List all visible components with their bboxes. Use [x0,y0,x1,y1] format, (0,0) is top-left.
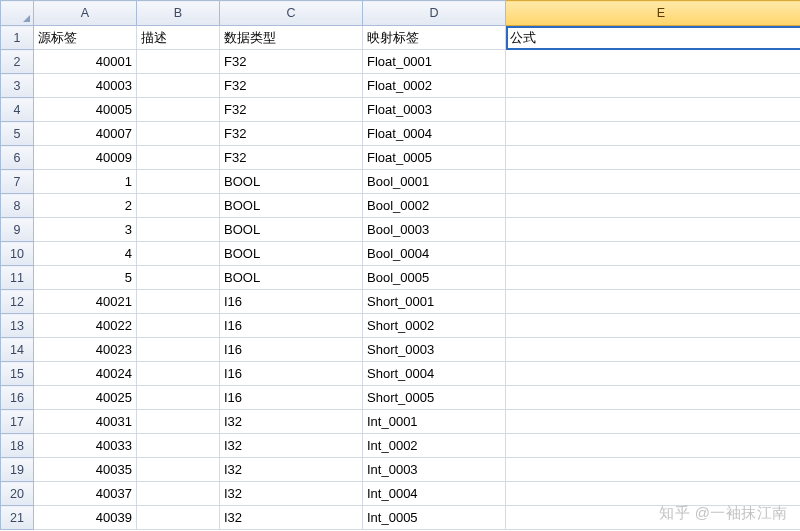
row-header[interactable]: 14 [1,338,34,362]
cell-C16[interactable]: I16 [220,386,363,410]
cell-B19[interactable] [137,458,220,482]
cell-B21[interactable] [137,506,220,530]
row-header[interactable]: 4 [1,98,34,122]
cell-A3[interactable]: 40003 [34,74,137,98]
cell-C1[interactable]: 数据类型 [220,26,363,50]
cell-B7[interactable] [137,170,220,194]
cell-B2[interactable] [137,50,220,74]
cell-C4[interactable]: F32 [220,98,363,122]
cell-E13[interactable] [506,314,801,338]
col-header-B[interactable]: B [137,1,220,26]
cell-C13[interactable]: I16 [220,314,363,338]
cell-B3[interactable] [137,74,220,98]
cell-E1[interactable]: 公式 [506,26,801,50]
cell-D12[interactable]: Short_0001 [363,290,506,314]
cell-D9[interactable]: Bool_0003 [363,218,506,242]
cell-D5[interactable]: Float_0004 [363,122,506,146]
cell-B1[interactable]: 描述 [137,26,220,50]
cell-A8[interactable]: 2 [34,194,137,218]
col-header-E[interactable]: E [506,1,801,26]
cell-C14[interactable]: I16 [220,338,363,362]
cell-A6[interactable]: 40009 [34,146,137,170]
row-header[interactable]: 5 [1,122,34,146]
row-header[interactable]: 21 [1,506,34,530]
cell-C6[interactable]: F32 [220,146,363,170]
cell-E20[interactable] [506,482,801,506]
cell-B6[interactable] [137,146,220,170]
cell-E14[interactable] [506,338,801,362]
row-header[interactable]: 7 [1,170,34,194]
select-all-corner[interactable] [1,1,34,26]
cell-D2[interactable]: Float_0001 [363,50,506,74]
cell-E8[interactable] [506,194,801,218]
cell-D17[interactable]: Int_0001 [363,410,506,434]
cell-D18[interactable]: Int_0002 [363,434,506,458]
cell-A1[interactable]: 源标签 [34,26,137,50]
cell-C12[interactable]: I16 [220,290,363,314]
row-header[interactable]: 19 [1,458,34,482]
cell-B15[interactable] [137,362,220,386]
cell-A9[interactable]: 3 [34,218,137,242]
cell-A17[interactable]: 40031 [34,410,137,434]
row-header[interactable]: 3 [1,74,34,98]
cell-E10[interactable] [506,242,801,266]
cell-E5[interactable] [506,122,801,146]
cell-A20[interactable]: 40037 [34,482,137,506]
cell-C17[interactable]: I32 [220,410,363,434]
cell-C3[interactable]: F32 [220,74,363,98]
cell-E11[interactable] [506,266,801,290]
cell-A13[interactable]: 40022 [34,314,137,338]
cell-C19[interactable]: I32 [220,458,363,482]
cell-A19[interactable]: 40035 [34,458,137,482]
row-header[interactable]: 13 [1,314,34,338]
cell-D1[interactable]: 映射标签 [363,26,506,50]
row-header[interactable]: 1 [1,26,34,50]
cell-E3[interactable] [506,74,801,98]
cell-E6[interactable] [506,146,801,170]
cell-B17[interactable] [137,410,220,434]
row-header[interactable]: 15 [1,362,34,386]
cell-D7[interactable]: Bool_0001 [363,170,506,194]
cell-E12[interactable] [506,290,801,314]
cell-E2[interactable] [506,50,801,74]
cell-A7[interactable]: 1 [34,170,137,194]
row-header[interactable]: 9 [1,218,34,242]
cell-D6[interactable]: Float_0005 [363,146,506,170]
cell-C20[interactable]: I32 [220,482,363,506]
cell-D20[interactable]: Int_0004 [363,482,506,506]
cell-D13[interactable]: Short_0002 [363,314,506,338]
cell-C8[interactable]: BOOL [220,194,363,218]
cell-D15[interactable]: Short_0004 [363,362,506,386]
row-header[interactable]: 11 [1,266,34,290]
cell-B9[interactable] [137,218,220,242]
cell-B10[interactable] [137,242,220,266]
cell-E18[interactable] [506,434,801,458]
cell-A2[interactable]: 40001 [34,50,137,74]
row-header[interactable]: 16 [1,386,34,410]
cell-E15[interactable] [506,362,801,386]
cell-D21[interactable]: Int_0005 [363,506,506,530]
cell-D14[interactable]: Short_0003 [363,338,506,362]
cell-D11[interactable]: Bool_0005 [363,266,506,290]
cell-C15[interactable]: I16 [220,362,363,386]
cell-B16[interactable] [137,386,220,410]
cell-A10[interactable]: 4 [34,242,137,266]
cell-C7[interactable]: BOOL [220,170,363,194]
row-header[interactable]: 18 [1,434,34,458]
cell-E4[interactable] [506,98,801,122]
cell-B12[interactable] [137,290,220,314]
cell-B5[interactable] [137,122,220,146]
cell-B8[interactable] [137,194,220,218]
cell-D19[interactable]: Int_0003 [363,458,506,482]
row-header[interactable]: 12 [1,290,34,314]
cell-C18[interactable]: I32 [220,434,363,458]
col-header-D[interactable]: D [363,1,506,26]
cell-A18[interactable]: 40033 [34,434,137,458]
cell-E17[interactable] [506,410,801,434]
row-header[interactable]: 8 [1,194,34,218]
col-header-A[interactable]: A [34,1,137,26]
cell-C10[interactable]: BOOL [220,242,363,266]
row-header[interactable]: 10 [1,242,34,266]
cell-A5[interactable]: 40007 [34,122,137,146]
row-header[interactable]: 20 [1,482,34,506]
